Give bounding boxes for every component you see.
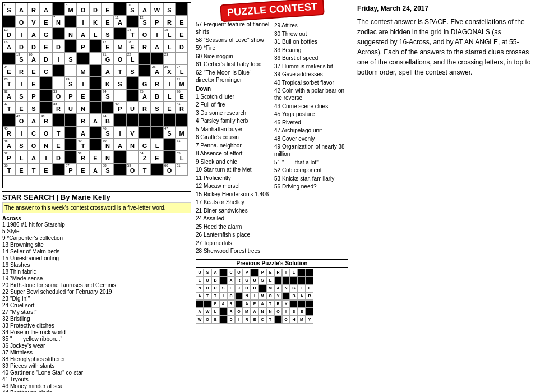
crossword-cell: A <box>101 64 114 77</box>
down-clue-item: 7 Penna. neighbor <box>196 142 270 149</box>
prev-grid-cell: O <box>204 316 211 324</box>
across-clue-item: 39 Pieces with slants <box>2 363 191 369</box>
down-clues-right: 29 Attires30 Throw out31 Bull on bottles… <box>274 22 348 190</box>
crossword-cell <box>101 102 114 114</box>
answer-note: The answer to this week's contest crossw… <box>2 202 191 213</box>
crossword-cell: C <box>40 64 52 77</box>
crossword-cell <box>114 151 126 163</box>
crossword-cell: 40P <box>114 102 126 114</box>
crossword-cell <box>139 126 151 139</box>
down-clue-item: 3 Do some research <box>196 109 270 117</box>
down-clue-item: 47 Archipelago unit <box>274 127 348 134</box>
across-clue-item: 32 Bristling <box>2 316 191 322</box>
crossword-cell <box>3 52 15 64</box>
down-clue-item: 26 Lanternfish's place <box>196 231 270 238</box>
crossword-cell: E <box>40 15 52 27</box>
crossword-cell: R <box>139 102 151 114</box>
prev-grid-cell: C <box>227 292 235 300</box>
crossword-cell: E <box>15 102 27 114</box>
across-clue-item: 36 Jockey's wear <box>2 343 191 349</box>
prev-solution-title: Previous Puzzle's Solution <box>196 259 348 268</box>
prev-grid-cell <box>235 300 243 308</box>
crossword-cell: O <box>114 52 126 64</box>
crossword-cell: R <box>151 77 163 89</box>
across-clue-item: 24 Cruel sort <box>2 302 191 308</box>
crossword-cell: 41R <box>176 102 188 114</box>
crossword-cell: R <box>27 3 40 15</box>
crossword-cell: 31M <box>176 77 188 89</box>
crossword-cell: S <box>114 77 126 89</box>
crossword-cell <box>52 3 64 15</box>
crossword-cell: 15L <box>163 27 176 40</box>
crossword-cell: 36E <box>176 89 188 102</box>
across-clue-item: 43 Money minder at sea <box>2 383 191 389</box>
prev-grid-cell: R <box>274 300 282 308</box>
prev-grid-cell: T <box>204 292 211 300</box>
across-clue-item: 33 Protective ditches <box>2 322 191 329</box>
crossword-cell: M <box>176 126 188 139</box>
crossword-cell <box>89 139 101 151</box>
crossword-cell: 57P <box>64 163 77 176</box>
crossword-cell: N <box>40 139 52 151</box>
down-clue-item: 8 Absence of effort <box>196 150 270 157</box>
crossword-cell: 35A <box>139 89 151 102</box>
crossword-cell: E <box>77 163 89 176</box>
prev-grid-cell <box>306 308 313 316</box>
crossword-cell: 47S <box>163 126 176 139</box>
prev-grid-cell <box>306 276 313 284</box>
prev-grid-cell <box>298 276 306 284</box>
prev-grid-cell: I <box>282 308 290 316</box>
center-panel: PUZZLE CONTEST 57 Frequent feature of fl… <box>193 0 350 392</box>
down-clue-item: 45 Yoga posture <box>274 110 348 118</box>
crossword-cell <box>126 77 139 89</box>
across-clue-item: 15 Unrestrained outing <box>2 255 191 261</box>
crossword-cell <box>151 52 163 64</box>
star-search-header: STAR SEARCH | By Marie Kelly <box>2 191 191 201</box>
crossword-cell: 37T <box>3 102 15 114</box>
down-clue-item: 39 Gave addresses <box>274 71 348 78</box>
down-clue-item: 27 Top medals <box>196 239 270 247</box>
crossword-cell: P <box>151 15 163 27</box>
crossword-cell: D <box>176 40 188 52</box>
crossword-cell <box>64 15 77 27</box>
crossword-cell: 51 <box>176 139 188 151</box>
prev-grid-cell: P <box>259 269 266 276</box>
crossword-cell: S <box>163 3 176 15</box>
crossword-cell: P <box>27 89 40 102</box>
crossword-cell <box>52 163 64 176</box>
crossword-cell: 54Z <box>139 151 151 163</box>
across-clue-item: 22 Super Bowl scheduled for February 201… <box>2 289 191 295</box>
crossword-cell: I <box>52 52 64 64</box>
down-clue-item: 2 Full of fire <box>196 101 270 108</box>
crossword-cell <box>64 151 77 163</box>
prev-grid-cell: C <box>227 269 235 276</box>
crossword-cell: K <box>101 77 114 89</box>
crossword-cell: D <box>27 40 40 52</box>
crossword-cell: A <box>139 3 151 15</box>
center-clues: 57 Frequent feature of flannel shirts58 … <box>196 21 348 256</box>
down-clue-item: 30 Throw out <box>274 30 348 38</box>
prev-grid-cell: L <box>211 308 219 316</box>
crossword-cell: 34S <box>101 89 114 102</box>
prev-grid-cell: P <box>251 300 259 308</box>
prev-grid-cell: P <box>211 300 219 308</box>
across-clue-item: 41 Tryouts <box>2 376 191 382</box>
down-clues-center: 1 Scotch diluter2 Full of fire3 Do some … <box>196 93 270 255</box>
crossword-cell: B <box>151 89 163 102</box>
crossword-cell: C <box>27 126 40 139</box>
crossword-cell: 33O <box>52 89 64 102</box>
prev-grid-cell: E <box>298 308 306 316</box>
crossword-cell: D <box>89 3 101 15</box>
crossword-cell <box>151 126 163 139</box>
across-clue-item: 16 Slashes <box>2 262 191 268</box>
down-clue-item: 24 Assailed <box>196 215 270 222</box>
crossword-cell: 25A <box>151 64 163 77</box>
prev-grid-cell: O <box>204 276 211 284</box>
prev-grid-cell: N <box>196 284 204 292</box>
down-clue-item: 53 Knicks star, familiarly <box>274 175 348 182</box>
crossword-cell: T <box>139 163 151 176</box>
prev-grid-cell: O <box>243 284 251 292</box>
crossword-cell: O <box>139 27 151 40</box>
down-clue-item: 33 Bearing <box>274 47 348 54</box>
crossword-cell <box>64 139 77 151</box>
